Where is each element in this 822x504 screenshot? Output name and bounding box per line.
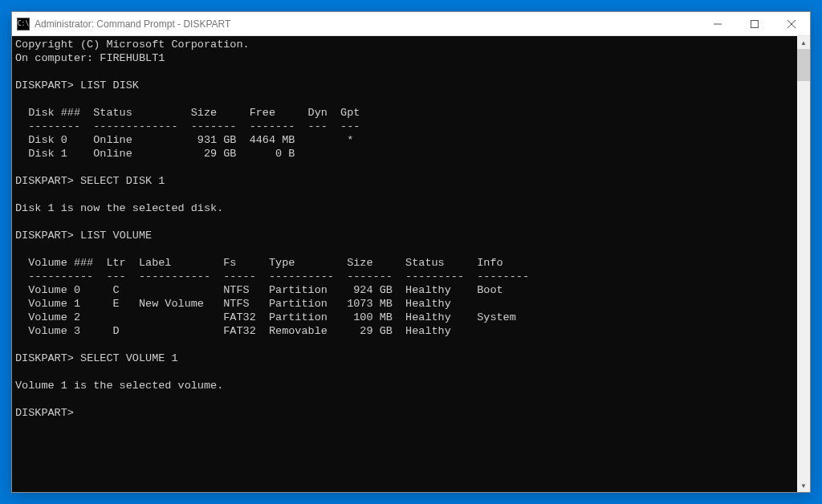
- volume-table-header: Volume ### Ltr Label Fs Type Size Status…: [15, 257, 503, 269]
- minimize-icon: [714, 20, 722, 28]
- scroll-up-arrow-icon[interactable]: ▲: [797, 36, 810, 49]
- prompt: DISKPART>: [15, 352, 74, 364]
- vertical-scrollbar[interactable]: ▲ ▼: [797, 36, 810, 492]
- disk-table-header: Disk ### Status Size Free Dyn Gpt: [15, 107, 360, 119]
- titlebar[interactable]: C:\ Administrator: Command Prompt - DISK…: [12, 12, 810, 36]
- disk-row: Disk 1 Online 29 GB 0 B: [15, 148, 295, 160]
- close-button[interactable]: [773, 12, 810, 36]
- select-disk-message: Disk 1 is now the selected disk.: [15, 202, 223, 214]
- prompt: DISKPART>: [15, 230, 74, 242]
- window-title: Administrator: Command Prompt - DISKPART: [35, 18, 699, 30]
- command-list-disk: LIST DISK: [80, 79, 139, 91]
- volume-row: Volume 0 C NTFS Partition 924 GB Healthy…: [15, 284, 503, 296]
- cmd-icon: C:\: [17, 18, 30, 30]
- close-icon: [787, 20, 796, 28]
- maximize-icon: [751, 20, 759, 28]
- disk-row: Disk 0 Online 931 GB 4464 MB *: [15, 134, 353, 146]
- copyright-line: Copyright (C) Microsoft Corporation.: [15, 39, 250, 51]
- command-prompt-window: C:\ Administrator: Command Prompt - DISK…: [11, 11, 811, 493]
- terminal-area: Copyright (C) Microsoft Corporation. On …: [12, 36, 810, 492]
- disk-table-divider: -------- ------------- ------- ------- -…: [15, 120, 360, 132]
- svg-rect-1: [751, 21, 759, 28]
- terminal-output[interactable]: Copyright (C) Microsoft Corporation. On …: [12, 36, 797, 492]
- prompt: DISKPART>: [15, 175, 74, 187]
- minimize-button[interactable]: [699, 12, 736, 36]
- command-list-volume: LIST VOLUME: [80, 230, 152, 242]
- prompt: DISKPART>: [15, 79, 74, 91]
- scroll-thumb[interactable]: [797, 49, 810, 81]
- volume-table-divider: ---------- --- ----------- ----- -------…: [15, 270, 529, 282]
- computer-line: On computer: FIREHUBLT1: [15, 52, 165, 64]
- prompt-cursor[interactable]: DISKPART>: [15, 407, 74, 419]
- volume-row: Volume 1 E New Volume NTFS Partition 107…: [15, 298, 451, 310]
- window-controls: [699, 12, 810, 35]
- command-select-disk: SELECT DISK 1: [80, 175, 165, 187]
- volume-row: Volume 3 D FAT32 Removable 29 GB Healthy: [15, 325, 451, 337]
- command-select-volume: SELECT VOLUME 1: [80, 352, 178, 364]
- volume-row: Volume 2 FAT32 Partition 100 MB Healthy …: [15, 311, 516, 323]
- maximize-button[interactable]: [736, 12, 773, 36]
- scroll-down-arrow-icon[interactable]: ▼: [797, 479, 810, 492]
- select-volume-message: Volume 1 is the selected volume.: [15, 380, 223, 392]
